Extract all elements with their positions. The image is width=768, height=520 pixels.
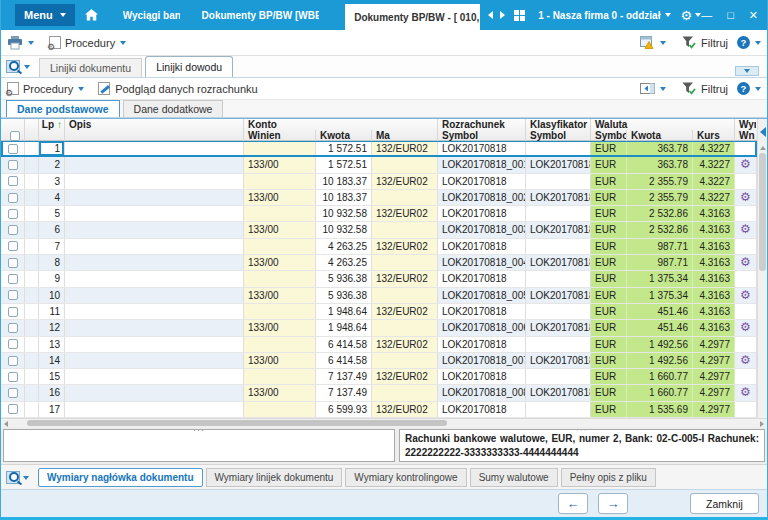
row-checkbox[interactable] xyxy=(8,209,18,219)
opis-cell[interactable] xyxy=(65,320,244,335)
dock-panel-icon[interactable] xyxy=(640,83,655,94)
lookup-icon[interactable] xyxy=(6,471,20,484)
horizontal-scrollbar-thumb[interactable] xyxy=(27,420,447,426)
minimize-button[interactable]: — xyxy=(701,9,712,21)
column-header-kurs[interactable]: Kurs xyxy=(693,130,735,141)
next-record-button[interactable]: → xyxy=(598,493,628,514)
row-checkbox[interactable] xyxy=(8,144,18,154)
konto-winien-cell[interactable] xyxy=(244,239,316,254)
column-header-waluta-kwota[interactable]: Kwota xyxy=(627,130,693,141)
column-header-kwota[interactable]: Kwota xyxy=(316,130,372,141)
konto-winien-cell[interactable] xyxy=(244,206,316,221)
vertical-scrollbar[interactable] xyxy=(757,119,767,418)
konto-kwota-cell[interactable]: 1 948.64 xyxy=(316,304,372,319)
row-select-cell[interactable] xyxy=(1,402,25,417)
titlebar-tab-dokumenty[interactable]: Dokumenty BP/BW [WBEUR02: Wyc xyxy=(202,10,320,21)
table-row[interactable]: 111 948.64132/EUR02LOK20170818EUR451.464… xyxy=(1,304,757,320)
titlebar-tab-active[interactable]: Dokumenty BP/BW - [ 010, BWEUR0 xyxy=(345,4,480,30)
row-select-cell[interactable] xyxy=(1,190,25,205)
select-all-cell[interactable] xyxy=(1,130,25,141)
titlebar-settings[interactable]: ⚙ xyxy=(680,8,701,23)
chevron-down-icon[interactable] xyxy=(755,87,761,91)
konto-ma-cell[interactable] xyxy=(372,320,438,335)
row-select-cell[interactable] xyxy=(1,239,25,254)
preview-label[interactable]: Podgląd danych rozrachunku xyxy=(115,83,257,95)
panel-grip[interactable]: ··· xyxy=(576,429,588,433)
wymiary-wn-cell[interactable]: ⚙ xyxy=(735,320,757,335)
dimensions-gear-icon[interactable]: ⚙ xyxy=(739,222,752,237)
table-row[interactable]: 6133/0010 932.58LOK20170818_003LOK201708… xyxy=(1,222,757,238)
procedures-icon[interactable] xyxy=(49,36,61,49)
row-checkbox[interactable] xyxy=(8,339,18,349)
row-checkbox[interactable] xyxy=(8,193,18,203)
chevron-down-icon[interactable] xyxy=(23,476,29,480)
konto-winien-cell[interactable]: 133/00 xyxy=(244,222,316,237)
opis-cell[interactable] xyxy=(65,385,244,400)
row-checkbox[interactable] xyxy=(8,404,18,414)
row-checkbox[interactable] xyxy=(8,290,18,300)
konto-ma-cell[interactable]: 132/EUR02 xyxy=(372,271,438,286)
konto-ma-cell[interactable]: 132/EUR02 xyxy=(372,141,438,156)
konto-ma-cell[interactable] xyxy=(372,288,438,303)
konto-kwota-cell[interactable]: 1 572.51 xyxy=(316,157,372,172)
row-select-cell[interactable] xyxy=(1,255,25,270)
titlebar-tab-wyciagi[interactable]: Wyciągi bankowe xyxy=(123,10,180,21)
konto-kwota-cell[interactable]: 10 932.58 xyxy=(316,222,372,237)
wymiary-wn-cell[interactable]: ⚙ xyxy=(735,288,757,303)
opis-cell[interactable] xyxy=(65,353,244,368)
dimensions-gear-icon[interactable]: ⚙ xyxy=(739,190,752,205)
tab-scroll-right-icon[interactable] xyxy=(500,11,505,19)
column-header-opis[interactable]: Opis xyxy=(65,119,244,130)
row-checkbox[interactable] xyxy=(8,323,18,333)
tab-dane-dodatkowe[interactable]: Dane dodatkowe xyxy=(123,100,224,117)
konto-kwota-cell[interactable]: 6 414.58 xyxy=(316,337,372,352)
tab-linijki-dowodu[interactable]: Linijki dowodu xyxy=(145,56,233,77)
tab-scroll-left-icon[interactable] xyxy=(488,11,493,19)
dimensions-gear-icon[interactable]: ⚙ xyxy=(739,353,752,368)
konto-ma-cell[interactable]: 132/EUR02 xyxy=(372,174,438,189)
wymiary-wn-cell[interactable]: ⚙ xyxy=(735,385,757,400)
opis-cell[interactable] xyxy=(65,206,244,221)
table-row[interactable]: 8133/004 263.25LOK20170818_004LOK2017081… xyxy=(1,255,757,271)
konto-ma-cell[interactable]: 132/EUR02 xyxy=(372,337,438,352)
table-row[interactable]: 4133/0010 183.37LOK20170818_002LOK201708… xyxy=(1,190,757,206)
wymiary-wn-cell[interactable]: ⚙ xyxy=(735,222,757,237)
table-row[interactable]: 11 572.51132/EUR02LOK20170818EUR363.784.… xyxy=(1,141,757,157)
help-icon[interactable]: ? xyxy=(737,36,750,49)
konto-ma-cell[interactable] xyxy=(372,157,438,172)
konto-ma-cell[interactable] xyxy=(372,353,438,368)
row-select-cell[interactable] xyxy=(1,304,25,319)
konto-winien-cell[interactable]: 133/00 xyxy=(244,190,316,205)
home-icon[interactable] xyxy=(85,9,98,21)
column-header-winien[interactable]: Winien xyxy=(244,130,316,141)
chevron-down-icon[interactable] xyxy=(120,41,126,45)
row-checkbox[interactable] xyxy=(8,307,18,317)
opis-cell[interactable] xyxy=(65,288,244,303)
tab-sumy-walutowe[interactable]: Sumy walutowe xyxy=(470,468,558,487)
previous-record-button[interactable]: ← xyxy=(558,493,588,514)
konto-winien-cell[interactable]: 133/00 xyxy=(244,255,316,270)
row-select-cell[interactable] xyxy=(1,369,25,384)
chevron-down-icon[interactable] xyxy=(78,87,84,91)
opis-cell[interactable] xyxy=(65,222,244,237)
close-button[interactable]: ✕ xyxy=(749,9,758,22)
table-row[interactable]: 136 414.58132/EUR02LOK20170818EUR1 492.5… xyxy=(1,337,757,353)
panel-grip[interactable]: ··· xyxy=(193,427,205,433)
konto-ma-cell[interactable] xyxy=(372,222,438,237)
row-checkbox[interactable] xyxy=(8,372,18,382)
row-checkbox[interactable] xyxy=(8,258,18,268)
chevron-down-icon[interactable] xyxy=(660,41,666,45)
konto-kwota-cell[interactable]: 7 137.49 xyxy=(316,385,372,400)
opis-cell[interactable] xyxy=(65,190,244,205)
filter-label[interactable]: Filtruj xyxy=(701,37,728,49)
row-checkbox[interactable] xyxy=(8,225,18,235)
tab-linijki-dokumentu[interactable]: Linijki dokumentu xyxy=(39,58,142,77)
konto-ma-cell[interactable]: 132/EUR02 xyxy=(372,402,438,417)
row-checkbox[interactable] xyxy=(8,176,18,186)
wymiary-wn-cell[interactable]: ⚙ xyxy=(735,255,757,270)
konto-winien-cell[interactable]: 133/00 xyxy=(244,157,316,172)
row-select-cell[interactable] xyxy=(1,337,25,352)
konto-winien-cell[interactable] xyxy=(244,174,316,189)
settings-warning-icon[interactable] xyxy=(640,36,655,49)
konto-ma-cell[interactable]: 132/EUR02 xyxy=(372,369,438,384)
